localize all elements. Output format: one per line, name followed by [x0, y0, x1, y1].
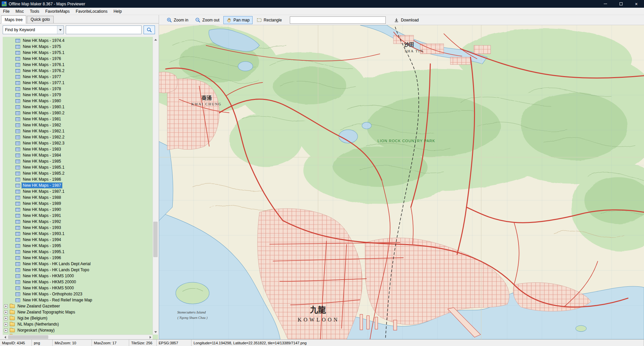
tree-item[interactable]: New HK Maps - 1979 — [3, 92, 153, 98]
tree-item[interactable]: New HK Maps - 1975 — [3, 44, 153, 50]
map-layer-icon — [15, 268, 20, 272]
tree-item-label: New HK Maps - 1987 — [22, 183, 62, 188]
tree-item[interactable]: New HK Maps - 1977.1 — [3, 80, 153, 86]
zoom-in-button[interactable]: Zoom in — [164, 16, 191, 24]
tree-folder[interactable]: +Ngi.be (Belgium) — [3, 315, 153, 321]
tree-item[interactable]: New HK Maps - 1993.1 — [3, 231, 153, 237]
tree-item[interactable]: New HK Maps - 1985.1 — [3, 164, 153, 170]
tree-item[interactable]: New HK Maps - Orthophoto 2023 — [3, 291, 153, 297]
tree-item[interactable]: New HK Maps - 1976.1 — [3, 62, 153, 68]
zoom-out-button[interactable]: Zoom out — [192, 16, 222, 24]
tree-item[interactable]: New HK Maps - 1985.2 — [3, 170, 153, 176]
tree-item[interactable]: New HK Maps - 1995 — [3, 243, 153, 249]
tree-item-label: New HK Maps - 1979 — [22, 92, 62, 98]
menu-file[interactable]: File — [0, 8, 12, 15]
tree-vertical-scrollbar[interactable] — [153, 37, 158, 335]
scroll-left-icon[interactable] — [3, 335, 7, 339]
expand-plus-icon[interactable]: + — [4, 316, 8, 320]
tree-item[interactable]: New HK Maps - 1975.1 — [3, 50, 153, 56]
minimize-button[interactable] — [598, 0, 613, 8]
map-content: Zoom in Zoom out Pan map Rectangle — [159, 15, 644, 339]
tree-folder[interactable]: +NL Maps (Netherlands) — [3, 321, 153, 327]
tree-horizontal-scrollbar[interactable] — [3, 335, 153, 339]
tree-item[interactable]: New HK Maps - 1989 — [3, 200, 153, 207]
close-button[interactable]: × — [629, 0, 644, 8]
search-input[interactable] — [66, 25, 142, 34]
tree-item[interactable]: New HK Maps - 1983 — [3, 146, 153, 152]
tree-item[interactable]: New HK Maps - 1981 — [3, 116, 153, 122]
map-layer-icon — [15, 280, 20, 284]
tree-item-label: New HK Maps - 1995.1 — [22, 249, 65, 254]
pan-map-button[interactable]: Pan map — [223, 16, 253, 24]
tree-vscroll-thumb[interactable] — [153, 222, 158, 257]
folder-icon — [10, 304, 15, 308]
find-mode-dropdown[interactable]: Find by Keyword — [3, 25, 64, 34]
tree-item[interactable]: New HK Maps - 1990 — [3, 207, 153, 213]
tree-item[interactable]: New HK Maps - 1974.4 — [3, 38, 153, 44]
scroll-right-icon[interactable] — [148, 335, 153, 339]
tree-item[interactable]: New HK Maps - 1977 — [3, 74, 153, 80]
tree-item[interactable]: New HK Maps - 1994 — [3, 237, 153, 243]
tree-item[interactable]: New HK Maps - 1993 — [3, 225, 153, 231]
status-max-zoom: MaxZoom: 17 — [92, 340, 129, 346]
tree-folder[interactable]: +New Zealand Topographic Maps — [3, 309, 153, 315]
tree-folder[interactable]: +New Zealand Gazetteer — [3, 303, 153, 309]
tree-item[interactable]: New HK Maps - HK Lands Dept Aerial — [3, 261, 153, 267]
tree-item[interactable]: New HK Maps - 1991 — [3, 213, 153, 219]
maximize-button[interactable] — [613, 0, 629, 8]
tree-item[interactable]: New HK Maps - 1982 — [3, 122, 153, 128]
download-button[interactable]: Download — [391, 16, 422, 24]
tree-item[interactable]: New HK Maps - HKMS 1000 — [3, 273, 153, 279]
tree-item[interactable]: New HK Maps - 1988 — [3, 194, 153, 200]
tree-item-label: New HK Maps - 1982.1 — [22, 128, 65, 134]
tree-item[interactable]: New HK Maps - 1995.1 — [3, 249, 153, 255]
expand-plus-icon[interactable]: + — [4, 310, 8, 314]
tab-maps-tree[interactable]: Maps tree — [1, 15, 26, 23]
menu-misc[interactable]: Misc — [12, 8, 27, 15]
tree-item[interactable]: New HK Maps - 1978 — [3, 86, 153, 92]
search-button[interactable] — [144, 25, 155, 34]
sidebar: Maps tree Quick goto Find by Keyword New… — [0, 15, 159, 339]
scroll-down-icon[interactable] — [153, 329, 158, 335]
map-layer-icon — [15, 148, 20, 151]
rectangle-button[interactable]: Rectangle — [254, 16, 285, 24]
tree-item[interactable]: New HK Maps - HK Lands Dept Topo — [3, 267, 153, 273]
tree-item[interactable]: New HK Maps - 1982.1 — [3, 128, 153, 134]
tree-item[interactable]: New HK Maps - 1976.2 — [3, 68, 153, 74]
tree-item[interactable]: New HK Maps - HKMS 20000 — [3, 279, 153, 285]
tree-item[interactable]: New HK Maps - 1987 — [3, 182, 153, 188]
expand-plus-icon[interactable]: + — [4, 329, 8, 332]
menu-favoritelocations[interactable]: FavoriteLocations — [73, 8, 111, 15]
tree-item[interactable]: New HK Maps - 1987.1 — [3, 188, 153, 194]
tree-item[interactable]: New HK Maps - Red Relief Image Map — [3, 297, 153, 303]
map-viewport[interactable]: 沙田SHA TIN葵涌KWAI CHUNGLION ROCK COUNTRY P… — [159, 25, 644, 339]
scroll-up-icon[interactable] — [153, 37, 158, 42]
tree-item[interactable]: New HK Maps - 1992 — [3, 219, 153, 225]
tree-hscroll-thumb[interactable] — [8, 335, 48, 339]
tree-item[interactable]: New HK Maps - 1982.3 — [3, 140, 153, 146]
app-window: Offline Map Maker 8.367 - Maps Previewer… — [0, 0, 644, 346]
map-image[interactable] — [159, 25, 644, 339]
tree-item-label: New HK Maps - 1981 — [22, 116, 62, 122]
chevron-down-icon[interactable] — [57, 26, 63, 34]
menu-favoritemaps[interactable]: FavoriteMaps — [42, 8, 73, 15]
expand-plus-icon[interactable]: + — [4, 323, 8, 326]
minimize-icon — [604, 4, 607, 4]
tree-item[interactable]: New HK Maps - 1985 — [3, 158, 153, 164]
tree-item[interactable]: New HK Maps - 1982.2 — [3, 134, 153, 140]
tree-item[interactable]: New HK Maps - 1980.1 — [3, 104, 153, 110]
tree-item[interactable]: New HK Maps - 1980.2 — [3, 110, 153, 116]
tree-item[interactable]: New HK Maps - 1996 — [3, 255, 153, 261]
tab-quick-goto[interactable]: Quick goto — [27, 16, 53, 23]
expand-plus-icon[interactable]: + — [4, 304, 8, 308]
tree-item[interactable]: New HK Maps - 1976 — [3, 56, 153, 62]
tree-item-label: New HK Maps - 1991 — [22, 213, 62, 218]
menu-help[interactable]: Help — [110, 8, 125, 15]
menu-tools[interactable]: Tools — [27, 8, 42, 15]
tree-item[interactable]: New HK Maps - 1980 — [3, 98, 153, 104]
tree-folder[interactable]: +Norgeskart (Norway) — [3, 327, 153, 333]
toolbar-input[interactable] — [290, 16, 386, 24]
tree-item[interactable]: New HK Maps - 1986 — [3, 176, 153, 182]
tree-item[interactable]: New HK Maps - 1984 — [3, 152, 153, 158]
tree-item[interactable]: New HK Maps - HKMS 5000 — [3, 285, 153, 291]
